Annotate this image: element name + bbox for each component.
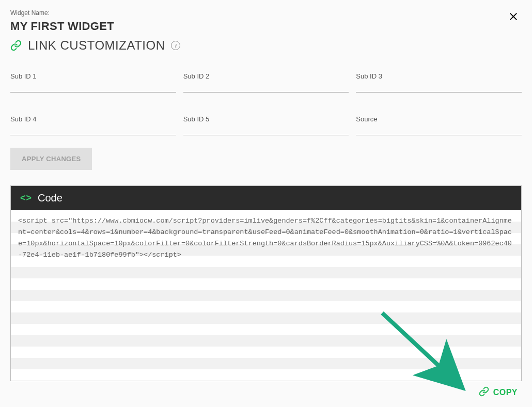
widget-name-label: Widget Name: bbox=[10, 9, 180, 17]
code-content[interactable]: <script src="https://www.cbmiocw.com/scr… bbox=[11, 210, 521, 381]
close-button[interactable] bbox=[505, 9, 522, 25]
sub-id-4-field[interactable]: Sub ID 4 bbox=[10, 115, 176, 135]
source-label: Source bbox=[356, 115, 522, 123]
sub-id-5-field[interactable]: Sub ID 5 bbox=[183, 115, 349, 135]
sub-id-1-field[interactable]: Sub ID 1 bbox=[10, 72, 176, 92]
link-icon bbox=[479, 386, 489, 399]
sub-id-2-field[interactable]: Sub ID 2 bbox=[183, 72, 349, 92]
info-icon[interactable]: i bbox=[171, 41, 180, 50]
section-title: LINK CUSTOMIZATION bbox=[28, 38, 165, 53]
code-icon: < > bbox=[20, 193, 30, 204]
sub-id-1-label: Sub ID 1 bbox=[10, 72, 176, 80]
code-panel-header: < > Code bbox=[11, 186, 521, 210]
copy-button[interactable]: COPY bbox=[10, 381, 522, 399]
sub-id-2-label: Sub ID 2 bbox=[183, 72, 349, 80]
apply-changes-button[interactable]: APPLY CHANGES bbox=[10, 148, 92, 170]
code-panel: < > Code <script src="https://www.cbmioc… bbox=[10, 185, 522, 381]
widget-title: MY FIRST WIDGET bbox=[10, 20, 180, 33]
link-icon bbox=[10, 40, 22, 51]
sub-id-5-label: Sub ID 5 bbox=[183, 115, 349, 123]
sub-id-4-label: Sub ID 4 bbox=[10, 115, 176, 123]
code-panel-title: Code bbox=[38, 192, 62, 204]
copy-label: COPY bbox=[493, 388, 518, 397]
source-field[interactable]: Source bbox=[356, 115, 522, 135]
sub-id-3-field[interactable]: Sub ID 3 bbox=[356, 72, 522, 92]
sub-id-3-label: Sub ID 3 bbox=[356, 72, 522, 80]
